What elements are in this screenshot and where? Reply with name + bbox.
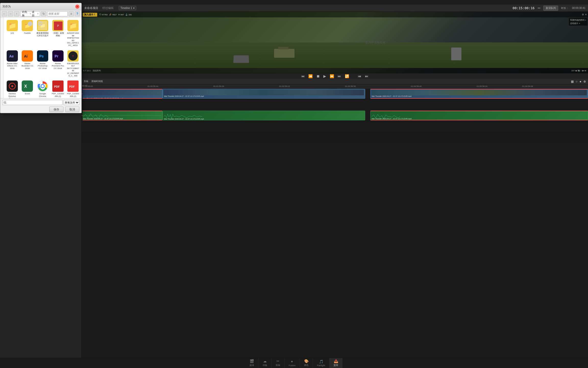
clip-mode-label: 剪辑 [84, 80, 88, 83]
stat-1: 🛡 47753 [99, 14, 107, 16]
dialog-search-input[interactable] [47, 11, 68, 16]
clip-thumb-frames [83, 90, 161, 95]
file-grid: 📁 123 📁 FanMin 📁 🖼 建发建洲国际 3 岁生日选片 [5, 19, 80, 98]
file-name-longname: A052DF193288 659F6277A36D 041_23F0C1FC_ … [67, 32, 79, 47]
game-bottom-hud: 0.7 10.1 混战胜利 167 ◉ 📷 ♪ ▶ ⏯ [82, 68, 294, 73]
audio-clip-2[interactable]: War Thunder 2020.04.27 - 22.37.13.173.DV… [163, 111, 294, 120]
timeline-area: 剪辑 剪辑时间线 ▦ ○ ● ⊕ 01:00:00:00 01:00:59:44… [82, 79, 294, 184]
file-item-ae[interactable]: Ae Adobe After Effects CC 2018 [5, 49, 19, 78]
file-item-davinci-folder[interactable]: 📁 ● E6E6951816817 5677C30BE74E 12_29D58D… [66, 49, 80, 78]
filetype-select[interactable]: 所有文件 [64, 100, 79, 105]
svg-text:PDF: PDF [54, 85, 60, 88]
file-name-chrome: Google Chrome [36, 93, 49, 97]
game-time: 0.7 10.1 [83, 70, 91, 72]
svg-point-16 [41, 85, 44, 87]
file-item-chrome[interactable]: Google Chrome [36, 79, 50, 98]
dialog-view-btn[interactable]: ≡ [69, 11, 74, 16]
excel-icon: X [22, 80, 33, 92]
svg-rect-11 [22, 81, 32, 91]
audio-clip-1-label: War Thunder 2020.04.27 - 22.37.13.173.DV… [83, 118, 123, 120]
file-name-jianjian: 建发建洲国际 3 岁生日选片 [36, 32, 49, 37]
dialog-title: 另存为 [2, 5, 74, 8]
pdf2-svg: PDF [68, 81, 78, 91]
file-name-pr: Adobe Premiere Pro CC 2018 [52, 62, 64, 70]
davinci-icon [7, 80, 18, 92]
file-item-pdf1[interactable]: PDF PDF_110393496 (1) [51, 79, 65, 98]
game-stats: 🛡 47753 💣 7817 ✈ 547 ⚓ 191 [99, 14, 132, 16]
scene-building-1 [233, 55, 249, 63]
ruler-time-1: 01:00:59:44 [148, 85, 158, 87]
scene-ground [82, 42, 294, 68]
stat-2: 💣 7817 [109, 14, 117, 16]
timeline-mode-btn[interactable]: 剪辑时间线 [91, 80, 103, 83]
join-battle-btn[interactable]: 加入战斗！ [83, 13, 97, 17]
folder-icon-longname: 📁 [67, 20, 79, 31]
filename-row: 所有文件 [2, 100, 79, 105]
file-name-ps: Adobe Photoshop CC 2018 [36, 62, 49, 70]
dialog-help-btn[interactable]: ? [75, 11, 80, 16]
dialog-titlebar: 另存为 ✕ [0, 3, 81, 10]
file-item-fanmin[interactable]: 📁 FanMin [21, 19, 34, 48]
svg-point-10 [11, 85, 13, 87]
file-item-pr[interactable]: Pr Adobe Premiere Pro CC 2018 [51, 49, 65, 78]
file-item-ps[interactable]: Ps Adobe Photoshop CC 2018 [36, 49, 50, 78]
save-button[interactable]: 保存 [49, 107, 64, 112]
file-name-ppt: （张紫）副情模板 [52, 32, 64, 37]
dialog-body: 📁 123 📁 FanMin 📁 🖼 建发建洲国际 3 岁生日选片 [0, 17, 81, 98]
breadcrumb-root[interactable]: 此电脑 [22, 10, 29, 17]
davinci-svg [7, 81, 17, 91]
ai-svg: Ai [22, 51, 32, 61]
file-item-excel[interactable]: X Excel [21, 79, 34, 98]
file-item-ai[interactable]: Ai Adobe Illustrator CC 2018 [21, 49, 34, 78]
excel-svg: X [22, 81, 32, 91]
chrome-svg [38, 81, 48, 91]
file-item-ppt-folder[interactable]: 📁 P （张紫）副情模板 [51, 19, 65, 48]
pdf2-icon: PDF [67, 80, 79, 92]
file-item-pdf2[interactable]: PDF PDF_110393496 (2) [66, 79, 80, 98]
clip-2-label: War Thunder 2020.04.27 - 22.37.13.173.DV… [164, 95, 294, 97]
file-item-longname[interactable]: 📁 A052DF193288 659F6277A36D 041_23F0C1FC… [66, 19, 80, 48]
timeline-selector[interactable]: Timeline 1 ▾ [119, 6, 136, 10]
chrome-icon [37, 80, 48, 92]
cancel-button[interactable]: 取消 [65, 107, 79, 112]
folder-icon-jianjian: 📁 🖼 [37, 20, 48, 31]
dialog-forward-btn[interactable]: → [8, 11, 13, 16]
dialog-up-btn[interactable]: ↑ [14, 11, 19, 16]
svg-text:Ae: Ae [9, 54, 14, 58]
video-track-1: 1 War Thunder 2020.04.27 - 22.37.13.173.… [82, 88, 294, 99]
dialog-back-btn[interactable]: ← [2, 11, 7, 16]
file-item-123[interactable]: 📁 123 [5, 19, 19, 48]
timeline-ruler: 01:00:00:00 01:00:59:44 01:01:59:28 01:0… [82, 84, 294, 88]
dialog-buttons: 保存 取消 [2, 107, 79, 112]
preview-area: 加入战斗！ 🛡 47753 💣 7817 ✈ 547 ⚓ 191 ⚙ ✕ 军团作… [82, 12, 294, 73]
pr-svg: Pr [53, 51, 63, 61]
audio-clip-1[interactable]: War Thunder 2020.04.27 - 22.37.13.173.DV… [82, 111, 163, 120]
timeline-name: Timeline 1 [120, 7, 132, 9]
dialog-file-area[interactable]: 📁 123 📁 FanMin 📁 🖼 建发建洲国际 3 岁生日选片 [4, 17, 81, 98]
file-name-davinci-folder: E6E6951816817 5677C30BE74E 12_29D58DF6_C… [67, 62, 79, 77]
path-label: 经过编辑 [102, 6, 114, 10]
file-name-ae: Adobe After Effects CC 2018 [6, 62, 19, 70]
pr-icon: Pr [52, 50, 64, 62]
ps-svg: Ps [38, 51, 48, 61]
folder-icon-ppt: 📁 P [52, 20, 64, 31]
file-item-jianjian[interactable]: 📁 🖼 建发建洲国际 3 岁生日选片 [36, 19, 50, 48]
file-name-fanmin: FanMin [24, 32, 31, 34]
dialog-refresh-btn[interactable]: ↻ [41, 11, 46, 16]
clip-2-frames [164, 90, 294, 95]
ruler-time-2: 01:01:59:28 [213, 85, 224, 87]
video-clip-1[interactable]: War Thunder 2020.04.27 - 22.37.13.173.DV… [82, 89, 163, 99]
timeline-tracks: 1 War Thunder 2020.04.27 - 22.37.13.173.… [82, 88, 294, 184]
ae-svg: Ae [7, 51, 17, 61]
video-clip-2[interactable]: War Thunder 2020.04.27 - 22.37.13.173.DV… [163, 89, 294, 99]
clip-thumbs-1 [83, 90, 161, 98]
file-item-davinci[interactable]: DaVinci Resolve Project Server [5, 79, 19, 98]
game-hud-top: 加入战斗！ 🛡 47753 💣 7817 ✈ 547 ⚓ 191 ⚙ ✕ [82, 12, 294, 17]
file-name-pdf1: PDF_110393496 (1) [52, 93, 64, 97]
breadcrumb-sep-2: › [38, 12, 38, 15]
dialog-close-btn[interactable]: ✕ [75, 5, 79, 9]
filename-input[interactable] [2, 100, 63, 105]
breadcrumb-current[interactable]: 桌面 [32, 10, 36, 17]
timeline-toolbar: 剪辑 剪辑时间线 ▦ ○ ● ⊕ [82, 79, 294, 84]
scene-tank [274, 49, 294, 58]
